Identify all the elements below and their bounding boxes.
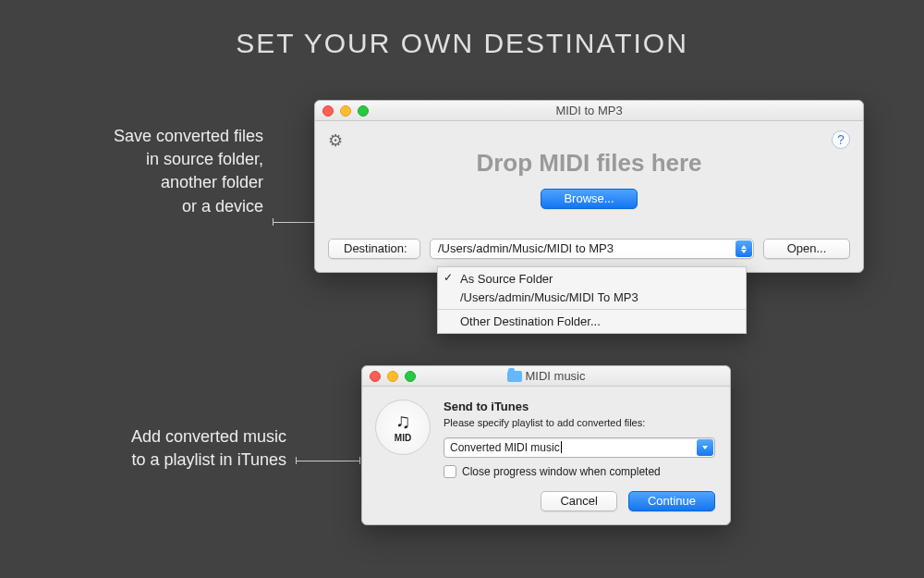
dialog-description: Please specify playlist to add converted… — [444, 417, 715, 428]
minimize-icon[interactable] — [387, 371, 398, 382]
continue-button[interactable]: Continue — [628, 491, 715, 511]
checkbox-label: Close progress window when completed — [462, 465, 661, 478]
close-icon[interactable] — [370, 371, 381, 382]
browse-button[interactable]: Browse... — [541, 189, 637, 209]
help-icon[interactable]: ? — [832, 130, 850, 149]
callout-text: Save converted files — [79, 125, 263, 148]
playlist-value: Converted MIDI music — [450, 441, 560, 454]
gear-icon[interactable]: ⚙ — [328, 130, 343, 151]
traffic-lights[interactable] — [370, 371, 416, 382]
callout-connector — [296, 461, 360, 461]
drop-area[interactable]: Drop MIDI files here Browse... — [328, 132, 850, 218]
window-title: MIDI to MP3 — [555, 104, 622, 117]
callout-text: in source folder, — [79, 148, 263, 171]
dialog-title: MIDI music — [526, 369, 586, 383]
close-on-complete-checkbox[interactable] — [444, 465, 456, 478]
chevron-updown-icon[interactable] — [736, 240, 752, 257]
maximize-icon[interactable] — [358, 105, 369, 117]
drop-title: Drop MIDI files here — [328, 149, 850, 178]
dialog-titlebar: MIDI music — [362, 366, 730, 387]
open-button[interactable]: Open... — [763, 239, 850, 259]
titlebar: MIDI to MP3 — [315, 101, 863, 121]
close-icon[interactable] — [322, 105, 334, 117]
mid-app-icon: ♫ MID — [375, 400, 431, 455]
minimize-icon[interactable] — [340, 105, 351, 117]
main-window: MIDI to MP3 ⚙ ? Drop MIDI files here Bro… — [314, 100, 864, 273]
destination-button[interactable]: Destination: — [328, 239, 420, 259]
traffic-lights[interactable] — [322, 105, 369, 117]
folder-icon — [507, 371, 522, 382]
destination-select[interactable]: /Users/admin/Music/MIDI to MP3 — [430, 239, 754, 259]
chevron-down-icon[interactable] — [697, 439, 713, 456]
menu-item-path[interactable]: /Users/admin/Music/MIDI To MP3 — [438, 290, 746, 309]
menu-item-source-folder[interactable]: As Source Folder — [438, 267, 746, 290]
callout-text: another folder — [79, 171, 263, 194]
dialog-heading: Send to iTunes — [444, 400, 715, 413]
text-cursor — [561, 441, 562, 453]
callout-text: Add converted music — [79, 425, 286, 449]
callout-text: or a device — [79, 195, 263, 218]
callout-text: to a playlist in iTunes — [79, 449, 286, 472]
callout-save-files: Save converted files in source folder, a… — [79, 125, 263, 218]
playlist-combobox[interactable]: Converted MIDI music — [444, 437, 715, 458]
cancel-button[interactable]: Cancel — [541, 491, 616, 511]
destination-menu: As Source Folder /Users/admin/Music/MIDI… — [437, 266, 747, 334]
callout-connector — [273, 222, 317, 223]
callout-itunes: Add converted music to a playlist in iTu… — [79, 425, 286, 472]
destination-value: /Users/admin/Music/MIDI to MP3 — [438, 241, 614, 255]
maximize-icon[interactable] — [405, 371, 416, 382]
page-heading: SET YOUR OWN DESTINATION — [0, 0, 924, 59]
itunes-dialog: MIDI music ♫ MID Send to iTunes Please s… — [361, 365, 731, 525]
menu-item-other-folder[interactable]: Other Destination Folder... — [438, 310, 746, 333]
